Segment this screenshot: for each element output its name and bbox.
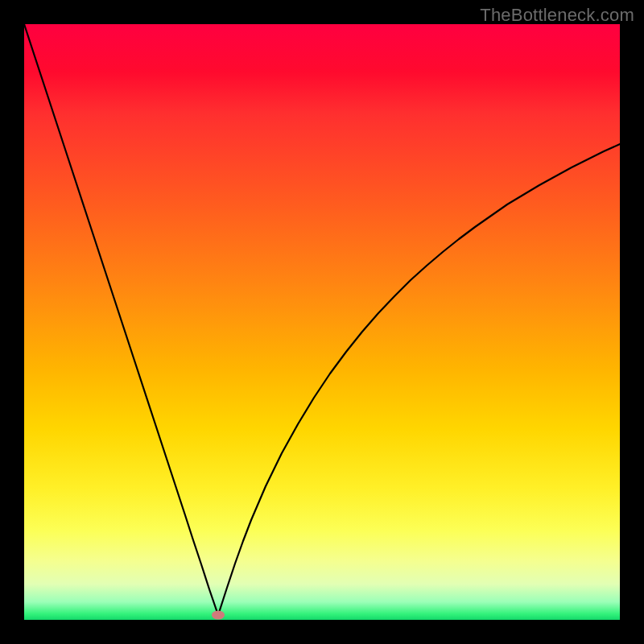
chart-plot-area (24, 24, 620, 620)
minimum-marker (212, 611, 225, 620)
bottleneck-curve (24, 24, 620, 620)
watermark-text: TheBottleneck.com (480, 5, 634, 26)
